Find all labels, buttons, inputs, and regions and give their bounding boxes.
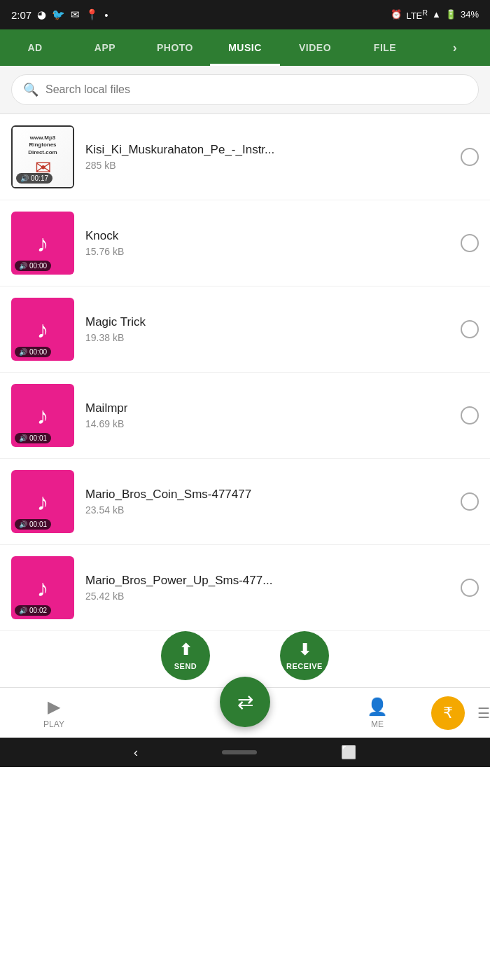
duration-badge: 🔊 00:00	[15, 261, 51, 271]
file-thumbnail: ♪ 🔊 00:00	[11, 212, 74, 275]
tab-app[interactable]: APP	[70, 29, 140, 66]
duration-badge: 🔊 00:01	[15, 519, 51, 530]
list-item[interactable]: www.Mp3RingtonesDirect.com ✉ 🔊 00:17 Kis…	[0, 114, 490, 200]
status-left: 2:07 ◕ 🐦 ✉ 📍 •	[11, 8, 108, 21]
coin-icon: ₹	[443, 704, 453, 722]
music-note-icon: ♪	[37, 402, 49, 429]
battery-percent: 34%	[461, 9, 479, 20]
lte-label: LTER	[406, 8, 428, 21]
file-name: Magic Trick	[85, 315, 449, 329]
send-icon: ⬆	[179, 641, 192, 659]
mail-icon: ✉	[71, 8, 80, 21]
select-radio[interactable]	[461, 492, 479, 511]
status-right: ⏰ LTER ▲ 🔋 34%	[391, 8, 479, 21]
speaker-icon: 🔊	[19, 348, 27, 356]
search-wrap[interactable]: 🔍	[11, 74, 479, 105]
file-name: Kisi_Ki_Muskurahaton_Pe_-_Instr...	[85, 143, 449, 157]
list-item[interactable]: ♪ 🔊 00:00 Knock 15.76 kB	[0, 200, 490, 287]
file-info: Knock 15.76 kB	[85, 229, 449, 257]
nav-play[interactable]: ▶ PLAY	[0, 697, 108, 729]
nav-me[interactable]: 👤 ME	[323, 697, 431, 729]
nav-transfer-button[interactable]: ⇄	[220, 677, 270, 727]
ringtone-logo-text: www.Mp3RingtonesDirect.com	[28, 134, 57, 156]
file-name: Mario_Bros_Coin_Sms-477477	[85, 488, 449, 502]
music-note-icon: ♪	[37, 316, 49, 343]
file-size: 15.76 kB	[85, 246, 449, 257]
nav-play-label: PLAY	[43, 719, 64, 729]
file-thumbnail: ♪ 🔊 00:00	[11, 298, 74, 361]
tab-photo[interactable]: PHOTO	[140, 29, 210, 66]
chrome-icon: ◕	[37, 8, 46, 21]
tab-ad[interactable]: AD	[0, 29, 70, 66]
system-nav: ‹ ⬜	[0, 738, 490, 767]
select-radio[interactable]	[461, 406, 479, 425]
transfer-icon: ⇄	[237, 691, 253, 714]
speaker-icon: 🔊	[19, 434, 27, 442]
receive-icon: ⬇	[298, 641, 312, 659]
nav-me-label: ME	[371, 719, 384, 729]
list-item[interactable]: ♪ 🔊 00:01 Mario_Bros_Coin_Sms-477477 23.…	[0, 459, 490, 545]
file-thumbnail: ♪ 🔊 00:01	[11, 384, 74, 447]
tab-video[interactable]: VIDEO	[280, 29, 350, 66]
search-bar: 🔍	[0, 66, 490, 114]
tab-music[interactable]: MUSIC	[210, 29, 280, 66]
battery-icon: 🔋	[445, 9, 456, 20]
back-button[interactable]: ‹	[134, 745, 138, 760]
send-button[interactable]: ⬆ SEND	[161, 631, 210, 680]
file-info: Mario_Bros_Coin_Sms-477477 23.54 kB	[85, 488, 449, 516]
duration-badge: 🔊 00:02	[15, 605, 51, 616]
file-size: 25.42 kB	[85, 591, 449, 602]
music-note-icon: ♪	[37, 488, 49, 516]
play-icon: ▶	[48, 697, 60, 717]
select-radio[interactable]	[461, 320, 479, 338]
file-thumbnail: www.Mp3RingtonesDirect.com ✉ 🔊 00:17	[11, 125, 74, 188]
file-list: www.Mp3RingtonesDirect.com ✉ 🔊 00:17 Kis…	[0, 114, 490, 631]
music-note-icon: ♪	[37, 230, 49, 257]
file-name: Knock	[85, 229, 449, 243]
receive-button[interactable]: ⬇ RECEIVE	[280, 631, 329, 680]
list-item[interactable]: ♪ 🔊 00:01 Mailmpr 14.69 kB	[0, 373, 490, 459]
file-size: 23.54 kB	[85, 504, 449, 516]
file-thumbnail: ♪ 🔊 00:01	[11, 470, 74, 533]
file-size: 19.38 kB	[85, 332, 449, 343]
status-bar: 2:07 ◕ 🐦 ✉ 📍 • ⏰ LTER ▲ 🔋 34%	[0, 0, 490, 29]
duration-badge: 🔊 00:00	[15, 347, 51, 357]
select-radio[interactable]	[461, 148, 479, 166]
me-icon: 👤	[367, 697, 388, 717]
home-button[interactable]	[222, 750, 257, 754]
tab-file[interactable]: FILE	[350, 29, 420, 66]
music-note-icon: ♪	[37, 574, 49, 602]
tab-bar: AD APP PHOTO MUSIC VIDEO FILE ›	[0, 29, 490, 66]
coin-button[interactable]: ₹	[431, 696, 465, 730]
file-thumbnail: ♪ 🔊 00:02	[11, 556, 74, 619]
file-name: Mailmpr	[85, 401, 449, 415]
select-radio[interactable]	[461, 579, 479, 597]
dot-indicator: •	[104, 9, 108, 21]
alarm-icon: ⏰	[391, 9, 402, 20]
search-icon: 🔍	[23, 82, 38, 97]
file-info: Magic Trick 19.38 kB	[85, 315, 449, 343]
search-input[interactable]	[46, 83, 467, 96]
list-item[interactable]: ♪ 🔊 00:00 Magic Trick 19.38 kB	[0, 287, 490, 373]
file-size: 14.69 kB	[85, 418, 449, 429]
file-info: Mario_Bros_Power_Up_Sms-477... 25.42 kB	[85, 574, 449, 602]
speaker-icon: 🔊	[20, 174, 29, 182]
speaker-icon: 🔊	[19, 607, 27, 614]
time: 2:07	[11, 9, 31, 21]
maps-icon: 📍	[85, 8, 99, 21]
speaker-icon: 🔊	[19, 520, 27, 528]
select-radio[interactable]	[461, 234, 479, 252]
twitter-icon: 🐦	[52, 8, 65, 21]
signal-icon: ▲	[432, 9, 441, 20]
file-info: Kisi_Ki_Muskurahaton_Pe_-_Instr... 285 k…	[85, 143, 449, 171]
speaker-icon: 🔊	[19, 262, 27, 270]
duration-badge: 🔊 00:01	[15, 433, 51, 443]
menu-bars-icon[interactable]: ☰	[477, 705, 490, 722]
list-item[interactable]: ♪ 🔊 00:02 Mario_Bros_Power_Up_Sms-477...…	[0, 545, 490, 631]
tab-more[interactable]: ›	[420, 29, 490, 66]
file-size: 285 kB	[85, 160, 449, 171]
file-name: Mario_Bros_Power_Up_Sms-477...	[85, 574, 449, 588]
recents-button[interactable]: ⬜	[341, 745, 356, 760]
bottom-nav: ▶ PLAY ⇄ 👤 ME ₹ ☰	[0, 687, 490, 738]
duration-badge: 🔊 00:17	[16, 173, 52, 184]
